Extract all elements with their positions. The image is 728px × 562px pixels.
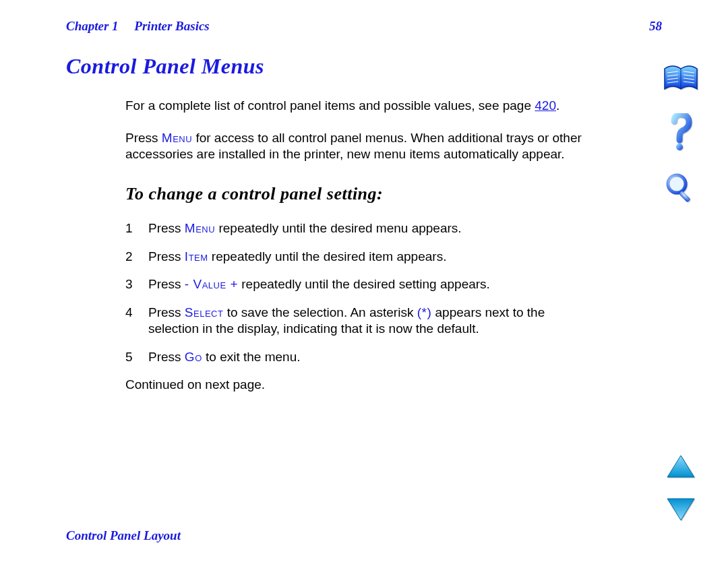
- step-2: 2 Press Item repeatedly until the desire…: [125, 249, 599, 265]
- chapter-breadcrumb: Chapter 1 Printer Basics: [66, 19, 210, 34]
- svg-marker-4: [667, 499, 694, 520]
- key-menu: Menu: [185, 221, 215, 235]
- page-link-420[interactable]: 420: [535, 98, 556, 113]
- step-text: Press Item repeatedly until the desired …: [148, 249, 599, 265]
- svg-marker-3: [667, 456, 694, 477]
- step-1: 1 Press Menu repeatedly until the desire…: [125, 220, 599, 237]
- key-go: Go: [185, 350, 202, 364]
- sidebar-icons: [662, 65, 700, 204]
- step-number: 4: [125, 305, 138, 337]
- svg-rect-2: [679, 191, 691, 203]
- subheading: To change a control panel setting:: [125, 183, 599, 206]
- step-text: Press Menu repeatedly until the desired …: [148, 220, 599, 237]
- page-nav-arrows: [662, 454, 700, 522]
- chapter-number: Chapter 1: [66, 19, 119, 33]
- chapter-title: Printer Basics: [134, 19, 209, 33]
- key-item: Item: [185, 249, 208, 263]
- step-3: 3 Press - Value + repeatedly until the d…: [125, 276, 599, 292]
- step-5: 5 Press Go to exit the menu.: [125, 349, 599, 365]
- step-number: 1: [125, 220, 138, 237]
- page-header: Chapter 1 Printer Basics 58: [66, 19, 662, 34]
- page-number: 58: [649, 19, 662, 34]
- key-select: Select: [185, 305, 224, 319]
- asterisk-mark: (*): [417, 305, 432, 319]
- body-text-block: For a complete list of control panel ite…: [125, 98, 599, 393]
- intro-paragraph: For a complete list of control panel ite…: [125, 98, 599, 114]
- step-text: Press Select to save the selection. An a…: [148, 305, 599, 337]
- magnifier-icon[interactable]: [665, 173, 696, 204]
- key-menu: Menu: [162, 131, 192, 145]
- arrow-down-icon[interactable]: [666, 497, 696, 522]
- step-text: Press Go to exit the menu.: [148, 349, 599, 365]
- footer-section-path: Control Panel Layout: [66, 528, 181, 543]
- question-mark-icon[interactable]: [669, 113, 693, 151]
- intro-paragraph-2: Press Menu for access to all control pan…: [125, 130, 599, 162]
- step-text: Press - Value + repeatedly until the des…: [148, 276, 599, 292]
- step-number: 2: [125, 249, 138, 265]
- step-number: 3: [125, 276, 138, 292]
- section-title: Control Panel Menus: [66, 54, 599, 79]
- arrow-up-icon[interactable]: [666, 454, 696, 478]
- svg-point-1: [668, 175, 686, 193]
- step-4: 4 Press Select to save the selection. An…: [125, 305, 599, 337]
- step-number: 5: [125, 349, 138, 365]
- continued-text: Continued on next page.: [125, 377, 599, 393]
- page-content: Control Panel Menus For a complete list …: [66, 54, 599, 409]
- book-icon[interactable]: [663, 65, 698, 92]
- svg-point-0: [676, 144, 683, 150]
- key-value: - Value +: [185, 277, 238, 291]
